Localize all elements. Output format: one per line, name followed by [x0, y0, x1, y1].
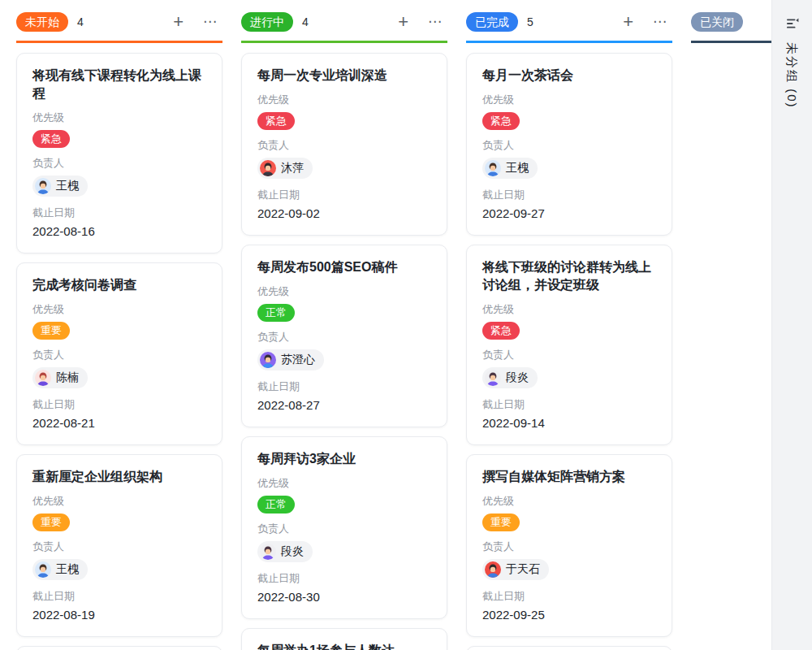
priority-badge: 重要	[32, 322, 70, 340]
due-date-label: 截止日期	[32, 397, 206, 412]
assignee-label: 负责人	[32, 348, 206, 362]
priority-label: 优先级	[32, 494, 206, 509]
assignee-label: 负责人	[482, 138, 656, 153]
column-more-button[interactable]: ⋯	[653, 14, 667, 30]
priority-badge: 紧急	[482, 112, 520, 130]
column-count: 4	[302, 15, 309, 28]
due-date-label: 截止日期	[257, 379, 431, 394]
assignee-chip[interactable]: 陈楠	[32, 367, 88, 388]
priority-label: 优先级	[482, 302, 656, 317]
due-date-value: 2022-09-14	[482, 415, 656, 431]
task-title: 将线下班级的讨论群转为线上讨论组，并设定班级	[482, 258, 656, 294]
task-card[interactable]: 重新厘定企业组织架构优先级重要负责人王槐截止日期2022-08-19	[16, 454, 222, 637]
assignee-chip[interactable]: 王槐	[32, 176, 88, 197]
assignee-avatar	[35, 561, 51, 578]
task-card[interactable]: 制定活动方案	[16, 646, 222, 650]
add-card-button[interactable]: +	[398, 14, 408, 30]
priority-badge: 重要	[482, 514, 520, 531]
board-column-in-progress: 进行中4+⋯每周一次专业培训深造优先级紧急负责人沐萍截止日期2022-09-02…	[241, 11, 447, 650]
column-count: 5	[527, 15, 533, 28]
column-status-badge: 进行中	[241, 12, 293, 32]
task-title: 撰写自媒体矩阵营销方案	[482, 468, 656, 486]
column-status-badge: 已关闭	[691, 12, 743, 32]
assignee-chip[interactable]: 沐萍	[257, 158, 313, 179]
priority-label: 优先级	[257, 284, 431, 299]
column-header: 已完成5+⋯	[466, 11, 672, 43]
assignee-chip[interactable]: 苏澄心	[257, 349, 324, 370]
assignee-avatar	[35, 370, 51, 386]
assignee-chip[interactable]: 段炎	[482, 367, 538, 388]
task-card[interactable]: 撰写自媒体矩阵营销方案优先级重要负责人于天石截止日期2022-09-25	[466, 454, 672, 637]
due-date-value: 2022-09-25	[482, 607, 656, 623]
collapse-groups-icon[interactable]	[785, 16, 800, 34]
card-list: 每月一次茶话会优先级紧急负责人王槐截止日期2022-09-27将线下班级的讨论群…	[466, 53, 672, 650]
assignee-avatar	[260, 352, 276, 368]
column-status-badge: 未开始	[16, 12, 68, 32]
assignee-avatar	[485, 370, 501, 386]
ungrouped-side-panel[interactable]: 未分组 (0)	[771, 0, 812, 650]
card-list: 每周一次专业培训深造优先级紧急负责人沐萍截止日期2022-09-02每周发布50…	[241, 53, 447, 650]
assignee-label: 负责人	[32, 540, 206, 554]
due-date-value: 2022-08-21	[32, 415, 206, 431]
task-card[interactable]: 将现有线下课程转化为线上课程优先级紧急负责人王槐截止日期2022-08-16	[16, 53, 222, 254]
assignee-name: 王槐	[56, 562, 79, 577]
priority-badge: 紧急	[257, 112, 295, 130]
column-more-button[interactable]: ⋯	[203, 14, 218, 30]
card-list: 将现有线下课程转化为线上课程优先级紧急负责人王槐截止日期2022-08-16完成…	[16, 53, 222, 650]
kanban-board: 未开始4+⋯将现有线下课程转化为线上课程优先级紧急负责人王槐截止日期2022-0…	[0, 0, 812, 650]
assignee-chip[interactable]: 王槐	[32, 559, 88, 580]
due-date-label: 截止日期	[257, 188, 431, 202]
due-date-value: 2022-08-16	[32, 223, 206, 240]
assignee-name: 王槐	[506, 161, 529, 176]
assignee-avatar	[260, 160, 276, 176]
task-card[interactable]: 每周一次专业培训深造优先级紧急负责人沐萍截止日期2022-09-02	[241, 53, 447, 236]
task-card[interactable]: 完成考核问卷调查优先级重要负责人陈楠截止日期2022-08-21	[16, 262, 222, 445]
assignee-chip[interactable]: 于天石	[482, 559, 549, 580]
priority-badge: 正常	[257, 304, 295, 322]
assignee-name: 苏澄心	[281, 353, 315, 367]
task-card[interactable]: 每周举办1场参与人数达3000+以上的营销活动	[241, 628, 447, 650]
priority-label: 优先级	[32, 110, 206, 125]
priority-label: 优先级	[482, 494, 656, 509]
priority-label: 优先级	[32, 302, 206, 317]
assignee-name: 段炎	[281, 544, 304, 559]
assignee-avatar	[35, 178, 51, 194]
assignee-name: 段炎	[506, 370, 529, 385]
task-card[interactable]: 联系XX达人，确定培训时间	[466, 646, 672, 650]
due-date-value: 2022-09-02	[257, 206, 431, 222]
task-title: 每月一次茶话会	[482, 67, 656, 84]
task-title: 将现有线下课程转化为线上课程	[32, 67, 206, 102]
column-status-badge: 已完成	[466, 12, 518, 32]
priority-label: 优先级	[482, 93, 656, 107]
assignee-label: 负责人	[257, 522, 431, 536]
assignee-label: 负责人	[482, 348, 656, 362]
assignee-chip[interactable]: 段炎	[257, 541, 313, 562]
task-card[interactable]: 每月一次茶话会优先级紧急负责人王槐截止日期2022-09-27	[466, 53, 672, 236]
due-date-label: 截止日期	[32, 206, 206, 220]
task-card[interactable]: 将线下班级的讨论群转为线上讨论组，并设定班级优先级紧急负责人段炎截止日期2022…	[466, 245, 672, 445]
due-date-label: 截止日期	[482, 188, 656, 202]
task-title: 每周发布500篇SEO稿件	[257, 258, 431, 276]
add-card-button[interactable]: +	[623, 14, 633, 30]
assignee-name: 于天石	[506, 562, 540, 577]
task-card[interactable]: 每周拜访3家企业优先级正常负责人段炎截止日期2022-08-30	[241, 436, 447, 619]
priority-badge: 正常	[257, 496, 295, 514]
priority-label: 优先级	[257, 93, 431, 107]
due-date-label: 截止日期	[482, 589, 656, 604]
column-header: 进行中4+⋯	[241, 11, 447, 43]
due-date-value: 2022-08-27	[257, 397, 431, 414]
task-card[interactable]: 每周发布500篇SEO稿件优先级正常负责人苏澄心截止日期2022-08-27	[241, 245, 447, 427]
assignee-name: 陈楠	[56, 370, 79, 385]
assignee-chip[interactable]: 王槐	[482, 158, 538, 179]
due-date-value: 2022-08-19	[32, 607, 206, 623]
add-card-button[interactable]: +	[173, 14, 184, 30]
task-title: 每周举办1场参与人数达3000+以上的营销活动	[257, 642, 431, 650]
due-date-label: 截止日期	[32, 589, 206, 604]
assignee-avatar	[485, 561, 501, 578]
assignee-label: 负责人	[32, 156, 206, 171]
task-title: 完成考核问卷调查	[32, 276, 206, 294]
due-date-label: 截止日期	[482, 397, 656, 412]
assignee-avatar	[485, 160, 501, 176]
column-more-button[interactable]: ⋯	[428, 14, 443, 30]
priority-badge: 紧急	[32, 130, 70, 148]
